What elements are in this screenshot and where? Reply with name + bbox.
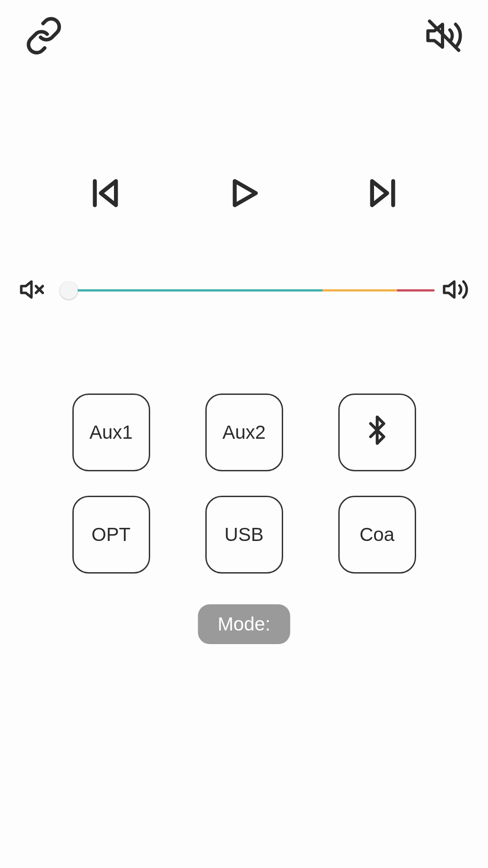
bluetooth-icon <box>361 414 393 451</box>
svg-marker-4 <box>372 181 387 205</box>
volume-max-button[interactable] <box>440 275 471 306</box>
mode-indicator: Mode: <box>198 604 290 644</box>
mute-button[interactable] <box>425 17 464 56</box>
volume-off-icon <box>19 276 46 305</box>
source-label: USB <box>224 524 263 545</box>
source-label: OPT <box>91 524 130 545</box>
link-icon <box>24 16 63 57</box>
source-opt[interactable]: OPT <box>72 496 150 574</box>
mode-label: Mode: <box>218 613 270 635</box>
source-bluetooth[interactable] <box>338 394 416 471</box>
source-grid: Aux1 Aux2 OPT USB Coa <box>0 394 488 574</box>
volume-min-button[interactable] <box>17 275 48 306</box>
play-button[interactable] <box>223 174 264 214</box>
source-aux2[interactable]: Aux2 <box>205 394 283 471</box>
play-icon <box>226 175 262 213</box>
source-aux1[interactable]: Aux1 <box>72 394 150 471</box>
volume-high-icon <box>442 276 469 305</box>
svg-marker-1 <box>101 181 116 205</box>
svg-marker-3 <box>235 181 256 205</box>
source-label: Coa <box>360 524 394 545</box>
source-label: Aux1 <box>90 422 133 443</box>
top-bar <box>0 16 488 57</box>
volume-mute-slash-icon <box>425 16 464 57</box>
previous-track-icon <box>87 175 123 213</box>
volume-slider[interactable] <box>53 281 435 299</box>
source-label: Aux2 <box>223 422 266 443</box>
next-track-icon <box>365 175 401 213</box>
link-button[interactable] <box>24 17 63 56</box>
next-button[interactable] <box>362 174 403 214</box>
volume-thumb[interactable] <box>60 281 78 299</box>
source-usb[interactable]: USB <box>205 496 283 574</box>
previous-button[interactable] <box>85 174 126 214</box>
volume-track <box>62 289 435 292</box>
source-coa[interactable]: Coa <box>338 496 416 574</box>
playback-controls <box>0 174 488 214</box>
volume-row <box>0 275 488 306</box>
